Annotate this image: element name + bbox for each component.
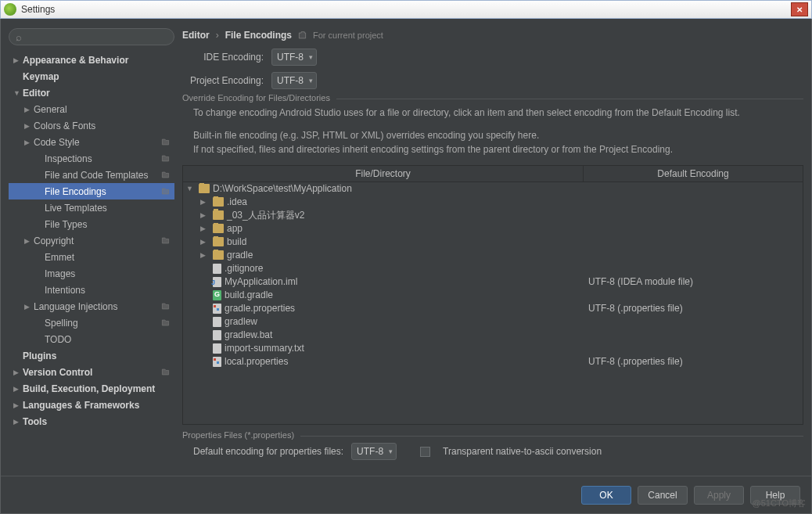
sidebar-item-tools[interactable]: ▶Tools [9, 413, 174, 430]
project-scope-icon [161, 154, 170, 163]
tree-arrow-icon: ▶ [200, 251, 210, 259]
file-name: .idea [227, 196, 247, 207]
sidebar-item-appearance-behavior[interactable]: ▶Appearance & Behavior [9, 52, 174, 68]
tree-arrow-icon: ▶ [13, 56, 23, 64]
sidebar-item-images[interactable]: Images [9, 265, 174, 282]
sidebar-item-copyright[interactable]: ▶Copyright [9, 232, 174, 249]
table-row[interactable]: build.gradle [183, 289, 803, 302]
file-icon [213, 343, 221, 354]
sidebar-item-label: Spelling [45, 318, 78, 329]
table-row[interactable]: gradlew [183, 315, 803, 329]
breadcrumb-sep: › [216, 30, 219, 41]
sidebar-item-live-templates[interactable]: Live Templates [9, 199, 174, 216]
sidebar-item-languages-frameworks[interactable]: ▶Languages & Frameworks [9, 397, 174, 413]
tree-arrow-icon: ▶ [200, 198, 210, 206]
sidebar-item-version-control[interactable]: ▶Version Control [9, 364, 174, 380]
scope-tag-icon [161, 171, 170, 179]
sidebar-item-emmet[interactable]: Emmet [9, 249, 174, 265]
override-section-title: Override Encoding for Files/Directories [182, 93, 336, 102]
table-row[interactable]: local.propertiesUTF-8 (.properties file) [183, 355, 803, 368]
table-row[interactable]: ▶gradle [183, 249, 803, 262]
sidebar-item-label: Emmet [45, 252, 74, 263]
table-row[interactable]: MyApplication.imlUTF-8 (IDEA module file… [183, 275, 803, 289]
table-row[interactable]: ▶app [183, 222, 803, 235]
native-ascii-checkbox[interactable] [420, 447, 430, 457]
sidebar-item-spelling[interactable]: Spelling [9, 315, 174, 331]
sidebar-item-plugins[interactable]: Plugins [9, 347, 174, 364]
sidebar-item-keymap[interactable]: Keymap [9, 68, 174, 84]
file-encoding[interactable]: UTF-8 (.properties file) [584, 303, 803, 314]
ide-encoding-label: IDE Encoding: [182, 52, 264, 63]
encoding-table[interactable]: File/Directory Default Encoding ▼D:\Work… [182, 165, 803, 425]
tree-arrow-icon: ▶ [200, 238, 210, 246]
scope-label: For current project [313, 31, 383, 40]
table-row[interactable]: ▶build [183, 235, 803, 249]
file-icon [213, 317, 221, 327]
breadcrumb-parent[interactable]: Editor [182, 30, 210, 41]
table-row[interactable]: ▼D:\WorkSpace\test\MyApplication [183, 182, 803, 196]
file-encoding[interactable]: UTF-8 (IDEA module file) [584, 276, 803, 287]
sidebar-item-general[interactable]: ▶General [9, 101, 174, 117]
sidebar-item-language-injections[interactable]: ▶Language Injections [9, 298, 174, 315]
sidebar-item-label: Version Control [23, 367, 92, 378]
tree-arrow-icon: ▶ [24, 237, 34, 245]
sidebar-item-file-and-code-templates[interactable]: File and Code Templates [9, 167, 174, 183]
sidebar-item-intentions[interactable]: Intentions [9, 282, 174, 298]
scope-tag-icon [161, 154, 170, 163]
ok-button[interactable]: OK [581, 486, 631, 505]
project-encoding-label: Project Encoding: [182, 75, 264, 86]
folder-icon [213, 250, 224, 260]
sidebar-item-todo[interactable]: TODO [9, 331, 174, 347]
project-scope-icon [161, 187, 170, 196]
properties-file-icon [213, 357, 221, 367]
tree-arrow-icon: ▶ [24, 122, 34, 130]
file-icon [213, 330, 221, 340]
override-hint-3: If not specified, files and directories … [182, 142, 803, 157]
file-name: MyApplication.iml [225, 276, 297, 287]
sidebar-item-colors-fonts[interactable]: ▶Colors & Fonts [9, 117, 174, 134]
table-row[interactable]: ▶_03_人品计算器v2 [183, 209, 803, 222]
cancel-button[interactable]: Cancel [638, 486, 688, 505]
help-button[interactable]: Help [750, 486, 800, 505]
file-encoding[interactable]: UTF-8 (.properties file) [584, 356, 803, 367]
sidebar-item-code-style[interactable]: ▶Code Style [9, 134, 174, 150]
sidebar-item-label: Images [45, 268, 75, 279]
app-icon [4, 3, 16, 16]
folder-icon [213, 210, 224, 220]
sidebar-item-label: Language Injections [34, 301, 117, 312]
close-button[interactable] [791, 2, 808, 16]
project-encoding-combo[interactable]: UTF-8 [271, 72, 317, 89]
file-icon [213, 264, 221, 274]
sidebar-item-label: File Types [45, 219, 87, 230]
content-panel: Editor › File Encodings For current proj… [182, 28, 803, 466]
settings-tree[interactable]: ▶Appearance & BehaviorKeymap▼Editor▶Gene… [9, 52, 174, 466]
sidebar-item-label: General [34, 104, 67, 115]
sidebar-item-file-types[interactable]: File Types [9, 216, 174, 232]
file-name: build [227, 236, 246, 247]
table-row[interactable]: import-summary.txt [183, 342, 803, 355]
apply-button[interactable]: Apply [694, 486, 744, 505]
search-input[interactable] [9, 28, 174, 45]
props-encoding-combo[interactable]: UTF-8 [351, 443, 397, 460]
props-encoding-label: Default encoding for properties files: [193, 446, 343, 457]
sidebar-item-build-execution-deployment[interactable]: ▶Build, Execution, Deployment [9, 380, 174, 397]
iml-file-icon [213, 277, 221, 287]
properties-file-icon [213, 304, 221, 314]
sidebar-item-editor[interactable]: ▼Editor [9, 84, 174, 101]
sidebar-item-inspections[interactable]: Inspections [9, 150, 174, 167]
table-row[interactable]: gradlew.bat [183, 329, 803, 342]
sidebar-item-file-encodings[interactable]: File Encodings [9, 183, 174, 199]
folder-icon [213, 224, 224, 233]
scope-tag-icon [161, 302, 170, 311]
col-file[interactable]: File/Directory [183, 166, 584, 182]
table-row[interactable]: .gitignore [183, 262, 803, 275]
sidebar-item-label: Keymap [23, 71, 59, 82]
tree-arrow-icon: ▶ [24, 303, 34, 311]
col-encoding[interactable]: Default Encoding [584, 166, 803, 182]
titlebar[interactable]: Settings [0, 0, 812, 19]
file-name: .gitignore [225, 263, 263, 274]
tree-arrow-icon: ▶ [13, 368, 23, 376]
ide-encoding-combo[interactable]: UTF-8 [271, 49, 317, 66]
table-row[interactable]: ▶.idea [183, 196, 803, 209]
table-row[interactable]: gradle.propertiesUTF-8 (.properties file… [183, 302, 803, 315]
